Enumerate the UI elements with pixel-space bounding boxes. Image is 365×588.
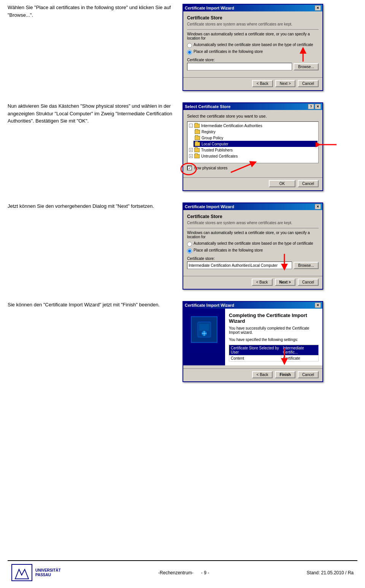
wizard-complete-title: Completing the Certificate Import Wizard xyxy=(229,312,319,324)
titlebar-4-title: Certificate Import Wizard xyxy=(185,303,234,308)
radio1-input[interactable] xyxy=(187,43,192,48)
cert-store-tree: - Intermediate Certification Authorities xyxy=(187,121,319,163)
section3-paragraph: Jetzt können Sie den vorhergehenden Dial… xyxy=(8,202,175,210)
section2-image: Select Certificate Store ? ✕ Select the … xyxy=(182,102,357,191)
tree-item-trustedpub[interactable]: + Trusted Publishers xyxy=(188,147,317,153)
titlebar-buttons-4: ✕ xyxy=(315,303,321,308)
section3: Jetzt können Sie den vorhergehenden Dial… xyxy=(8,202,357,290)
dialog3-radio-group: Automatically select the certificate sto… xyxy=(187,241,319,253)
page-footer: UNIVERSITÄT PASSAU -Rechenzentrum- - 9 -… xyxy=(8,560,357,584)
dialog3-footer: < Back Next > Cancel xyxy=(183,276,322,289)
next-button-1[interactable]: Next > xyxy=(275,80,295,87)
logo-svg xyxy=(13,566,30,580)
folder-icon-trustedpub xyxy=(194,147,200,153)
settings-col1-header: Certificate Store Selected by User xyxy=(229,345,281,355)
tree-label-grouppolicy: Group Policy xyxy=(202,136,223,140)
cert-icon xyxy=(191,316,217,343)
tree-label-untrusted: Untrusted Certificates xyxy=(201,154,238,158)
show-stores-label: how physical stores xyxy=(194,166,227,170)
back-button-4[interactable]: < Back xyxy=(252,371,273,378)
radio3-2-input[interactable] xyxy=(187,249,192,253)
cert-store-input-1[interactable] xyxy=(187,63,292,70)
browse-button-3[interactable]: Browse... xyxy=(294,262,319,269)
ok-button-2[interactable]: OK xyxy=(269,180,295,187)
dialog2-help-text: Select the certificate store you want to… xyxy=(187,114,319,118)
checkbox-circle-annotation xyxy=(180,163,197,176)
tree-item-ica[interactable]: - Intermediate Certification Authorities xyxy=(188,123,317,129)
section1: Wählen Sie "Place all certificates in th… xyxy=(8,4,357,91)
wizard-complete-right: Completing the Certificate Import Wizard… xyxy=(225,309,322,365)
cancel-button-3[interactable]: Cancel xyxy=(298,279,319,286)
tree-item-registry[interactable]: Registry xyxy=(194,129,317,135)
expand-icon[interactable]: - xyxy=(189,124,193,127)
back-button-3[interactable]: < Back xyxy=(252,279,273,286)
folder-icon-localcomputer xyxy=(194,141,200,147)
titlebar-3: Certificate Import Wizard ✕ xyxy=(183,203,322,210)
footer-center-area: -Rechenzentrum- - 9 - xyxy=(158,570,209,575)
tree-label-registry: Registry xyxy=(202,130,216,134)
dialog4-body: Completing the Certificate Import Wizard… xyxy=(183,309,322,365)
close-btn-3[interactable]: ✕ xyxy=(315,204,321,209)
footer-page-number: - 9 - xyxy=(201,570,209,575)
help-btn-2[interactable]: ? xyxy=(308,104,314,109)
dialog3-body-text: Windows can automatically select a certi… xyxy=(187,231,319,239)
dialog1-section-title: Certificate Store xyxy=(187,15,319,21)
cert-import-wizard-2: Certificate Import Wizard ✕ Certificate … xyxy=(182,202,323,290)
cert-import-wizard-1: Certificate Import Wizard ✕ Certificate … xyxy=(182,4,323,91)
radio2-label: Place all certificates in the following … xyxy=(194,49,263,54)
dialog1-content: Certificate Store Certificate stores are… xyxy=(183,11,322,74)
titlebar-3-title: Certificate Import Wizard xyxy=(185,204,234,209)
back-button-1[interactable]: < Back xyxy=(252,80,273,87)
section1-image: Certificate Import Wizard ✕ Certificate … xyxy=(182,4,357,91)
expand-icon-uc[interactable]: + xyxy=(189,154,193,158)
cancel-button-1[interactable]: Cancel xyxy=(298,80,319,87)
tree-item-grouppolicy[interactable]: Group Policy xyxy=(194,135,317,141)
folder-icon-registry xyxy=(194,129,200,134)
radio3-1-item: Automatically select the certificate sto… xyxy=(187,241,319,247)
tree-item-untrusted[interactable]: + Untrusted Certificates xyxy=(188,153,317,159)
titlebar-1-title: Certificate Import Wizard xyxy=(185,6,234,10)
finish-button-4[interactable]: Finish xyxy=(275,371,295,378)
next-button-3[interactable]: Next > xyxy=(275,279,295,286)
dialog4-footer: < Back Finish Cancel xyxy=(183,368,322,381)
svg-rect-6 xyxy=(199,324,209,331)
folder-icon-untrusted xyxy=(194,153,200,159)
titlebar-2: Select Certificate Store ? ✕ xyxy=(183,103,322,110)
section4-paragraph: Sie können den "Certificate Import Wizar… xyxy=(8,301,175,309)
close-btn-1[interactable]: ✕ xyxy=(315,5,321,11)
dialog3-section-sub: Certificate stores are system areas wher… xyxy=(187,221,319,225)
tree-label-trustedpub: Trusted Publishers xyxy=(201,148,233,152)
logo-text: UNIVERSITÄT PASSAU xyxy=(35,568,61,577)
close-btn-2[interactable]: ✕ xyxy=(315,104,321,109)
ok-button-arrow xyxy=(229,159,259,174)
titlebar-buttons-2: ? ✕ xyxy=(308,104,321,109)
close-btn-4[interactable]: ✕ xyxy=(315,303,321,308)
dialog3-label: Certificate store: xyxy=(187,257,319,261)
section3-image: Certificate Import Wizard ✕ Certificate … xyxy=(182,202,357,290)
radio3-1-input[interactable] xyxy=(187,242,192,247)
logo-line1: UNIVERSITÄT xyxy=(35,568,61,573)
finish-button-arrow xyxy=(277,346,292,365)
footer-logo-area: UNIVERSITÄT PASSAU xyxy=(11,564,61,581)
section4: Sie können den "Certificate Import Wizar… xyxy=(8,301,357,382)
settings-cell-label: Content xyxy=(229,355,281,362)
expand-icon-tp[interactable]: + xyxy=(189,148,193,152)
svg-line-3 xyxy=(231,163,254,172)
wizard-complete-text1: You have successfully completed the Cert… xyxy=(229,326,319,335)
svg-marker-11 xyxy=(15,569,29,579)
dialog3-section-title: Certificate Store xyxy=(187,214,319,219)
radio2-input[interactable] xyxy=(187,50,192,55)
browse-button-1[interactable]: Browse... xyxy=(294,63,319,70)
browse-arrow-1 xyxy=(297,47,309,62)
dialog1-input-row: Browse... xyxy=(187,63,319,70)
university-logo xyxy=(11,564,32,581)
cancel-button-4[interactable]: Cancel xyxy=(298,371,319,378)
tree-item-localcomputer[interactable]: Local Computer xyxy=(194,141,317,147)
section3-text: Jetzt können Sie den vorhergehenden Dial… xyxy=(8,202,182,210)
dialog2-footer: OK Cancel xyxy=(183,177,322,190)
cert-store-input-3[interactable] xyxy=(187,261,292,269)
localcomputer-arrow xyxy=(316,141,338,148)
cancel-button-2[interactable]: Cancel xyxy=(298,180,319,187)
wizard-complete-text2: You have specified the following setting… xyxy=(229,338,319,342)
folder-icon-grouppolicy xyxy=(194,135,200,140)
